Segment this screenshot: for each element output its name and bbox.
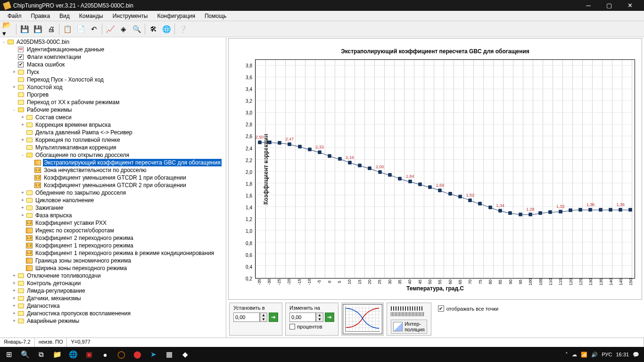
- menu-Правка[interactable]: Правка: [26, 12, 55, 20]
- tree-root[interactable]: A205DM53-000C.bin: [16, 38, 70, 46]
- tree-item[interactable]: Пуск: [26, 68, 40, 76]
- change-apply-button[interactable]: ➔: [325, 313, 334, 322]
- clock[interactable]: 16:31: [616, 352, 629, 357]
- browser-icon[interactable]: ◯: [113, 348, 129, 361]
- tree-twisty[interactable]: +: [20, 212, 25, 219]
- start-button[interactable]: ⊞: [1, 348, 17, 361]
- tree-item[interactable]: Состав смеси: [34, 114, 73, 121]
- tree-item[interactable]: Коэффициент 2 переходного режима: [34, 234, 134, 242]
- tools-button[interactable]: 🛠: [147, 23, 159, 35]
- tree-item[interactable]: Коэффициент 1 переходного режима в режим…: [34, 249, 215, 257]
- tree-item[interactable]: Датчики, механизмы: [26, 295, 82, 302]
- tree-item[interactable]: Диагностика: [26, 302, 61, 310]
- info-button[interactable]: ◈: [117, 23, 130, 35]
- tree-twisty[interactable]: +: [11, 272, 17, 280]
- app-icon-1[interactable]: ▣: [81, 348, 97, 361]
- curve-preview[interactable]: [343, 304, 382, 334]
- tree-item[interactable]: Лямда-регулирование: [26, 287, 86, 295]
- open-button[interactable]: 📂▾: [2, 23, 14, 35]
- undo-button[interactable]: ↶: [88, 23, 100, 35]
- tree-twisty[interactable]: +: [20, 121, 25, 129]
- tree-item[interactable]: Рабочие режимы: [26, 106, 73, 114]
- tree-twisty[interactable]: +: [11, 280, 17, 287]
- record-icon[interactable]: ⬤: [129, 348, 145, 361]
- tree-twisty[interactable]: +: [11, 287, 17, 295]
- tree-item[interactable]: Обогащение по открытию дросселя: [34, 151, 130, 159]
- close-button[interactable]: ✕: [619, 0, 640, 11]
- menu-Команды[interactable]: Команды: [74, 12, 108, 20]
- range-bar-2[interactable]: [391, 312, 424, 316]
- tree-item[interactable]: Флаги комплектации: [26, 53, 82, 61]
- tree-twisty[interactable]: +: [20, 136, 25, 144]
- tree-item[interactable]: Ширина зоны переходного режима: [34, 264, 128, 272]
- tree-item[interactable]: Мультипликативная коррекция: [34, 144, 117, 151]
- tree-twisty[interactable]: +: [11, 83, 17, 91]
- app-icon-4[interactable]: ◆: [177, 348, 193, 361]
- minimize-button[interactable]: ─: [578, 0, 599, 11]
- search-taskbar-icon[interactable]: 🔍: [17, 348, 33, 361]
- set-value-input[interactable]: [233, 313, 260, 322]
- tree-item[interactable]: Фаза впрыска: [34, 212, 73, 219]
- save-all-button[interactable]: 💾: [32, 23, 44, 35]
- tree-item[interactable]: Холостой ход: [26, 83, 63, 91]
- tree-item[interactable]: Отключение топливоподачи: [26, 272, 102, 280]
- app-icon-3[interactable]: ▦: [161, 348, 177, 361]
- menu-Помощь[interactable]: Помощь: [200, 12, 231, 20]
- volume-icon[interactable]: 🔊: [591, 352, 598, 358]
- tree-pane[interactable]: -A205DM53-000C.binИдентификационные данн…: [0, 37, 226, 337]
- set-spinner[interactable]: ▲▼: [260, 313, 267, 322]
- data-point[interactable]: [629, 208, 632, 211]
- globe-button[interactable]: 🌐: [160, 23, 173, 35]
- tree-item[interactable]: Маска ошибок: [26, 61, 66, 68]
- tree-item[interactable]: Зона нечувствительности по дросселю: [43, 166, 147, 174]
- menu-Инструменты[interactable]: Инструменты: [108, 12, 153, 20]
- tree-twisty[interactable]: +: [20, 114, 25, 121]
- tree-item[interactable]: Коэффициент 1 переходного режима: [34, 242, 134, 249]
- tree-item[interactable]: Коррекция по топливной пленке: [34, 136, 121, 144]
- tree-item[interactable]: Контроль детонации: [26, 280, 82, 287]
- tree-item[interactable]: Коэффициент уменьшения GTCDR 2 при обога…: [43, 181, 187, 189]
- system-tray[interactable]: ˄ ☁ 📶 🔊 РУС 16:31 💬: [561, 352, 643, 358]
- tree-twisty[interactable]: +: [11, 302, 17, 310]
- telegram-icon[interactable]: ➤: [145, 348, 161, 361]
- tray-chevron-icon[interactable]: ˄: [565, 352, 568, 358]
- tree-item[interactable]: Индекс по скорости/оборотам: [34, 227, 115, 234]
- display-all-checkbox[interactable]: ✔ отображать все точки: [438, 305, 498, 312]
- language-indicator[interactable]: РУС: [602, 352, 612, 357]
- tree-item[interactable]: Зажигание: [34, 204, 64, 212]
- menu-Файл[interactable]: Файл: [3, 12, 26, 20]
- tree-item[interactable]: Переход от ХХ к рабочим режимам: [26, 99, 120, 106]
- tree-twisty[interactable]: +: [20, 204, 25, 212]
- tree-item[interactable]: Экстраполирующий коэффициент пересчета G…: [43, 159, 222, 166]
- tree-twisty[interactable]: +: [20, 197, 25, 204]
- tree-item[interactable]: Коррекция времени впрыска: [34, 121, 112, 129]
- task-view-icon[interactable]: ⧉: [33, 348, 49, 361]
- edge-icon[interactable]: 🌐: [65, 348, 81, 361]
- tree-twisty[interactable]: +: [11, 295, 17, 302]
- app-icon-2[interactable]: ●: [97, 348, 113, 361]
- tree-item[interactable]: Аварийные режимы: [26, 317, 80, 325]
- cloud-icon[interactable]: ☁: [572, 352, 577, 358]
- tree-twisty[interactable]: +: [11, 68, 17, 76]
- tree-item[interactable]: Идентификационные данные: [26, 46, 105, 53]
- interpolation-button[interactable]: Интер- поляция: [391, 320, 427, 334]
- tree-twisty[interactable]: +: [20, 189, 25, 197]
- explorer-icon[interactable]: 📁: [49, 348, 65, 361]
- tree-item[interactable]: Дельта давлений Рампа <-> Ресивер: [34, 129, 133, 136]
- notifications-icon[interactable]: 💬: [633, 352, 639, 358]
- paste-button[interactable]: 📄: [74, 23, 87, 35]
- change-value-input[interactable]: [289, 313, 316, 322]
- tree-item[interactable]: Диагностика пропусков воспламенения: [26, 310, 132, 317]
- tree-twisty[interactable]: +: [11, 317, 17, 325]
- tree-item[interactable]: Обеднение по закрытию дросселя: [34, 189, 127, 197]
- maximize-button[interactable]: ▢: [599, 0, 619, 11]
- wifi-icon[interactable]: 📶: [581, 352, 587, 358]
- percent-checkbox-row[interactable]: процентов: [289, 324, 334, 329]
- change-spinner[interactable]: ▲▼: [316, 313, 323, 322]
- tree-item[interactable]: Коэффициент уставки РХХ: [34, 219, 107, 227]
- search-button[interactable]: 🔍: [131, 23, 143, 35]
- tree-twisty[interactable]: -: [11, 106, 17, 114]
- tree-twisty[interactable]: -: [20, 151, 25, 159]
- menu-Вид[interactable]: Вид: [55, 12, 74, 20]
- tree-item[interactable]: Цикловое наполнение: [34, 197, 95, 204]
